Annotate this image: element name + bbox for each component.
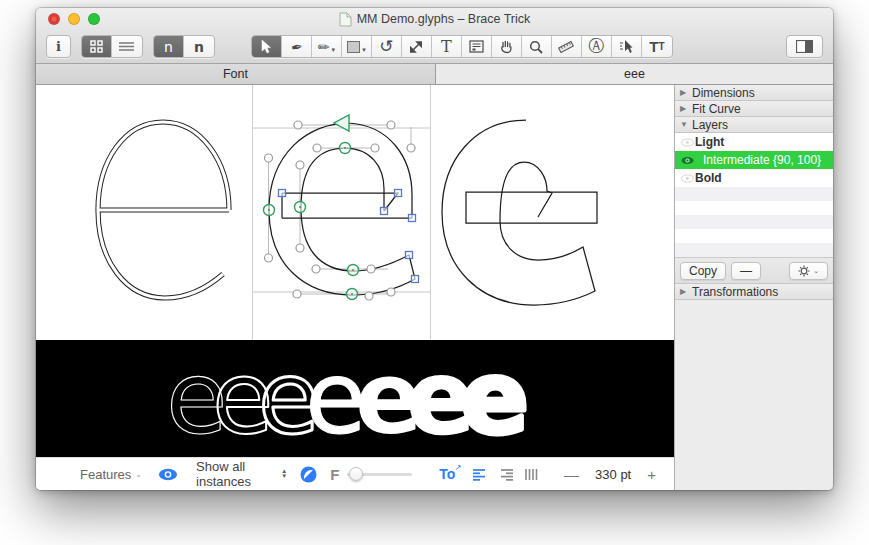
zoom-value: 330 pt <box>595 467 631 482</box>
glyph-cell-bold[interactable] <box>431 85 673 340</box>
scale-tool[interactable] <box>402 36 432 57</box>
hand-tool[interactable] <box>492 36 522 57</box>
disclosure-triangle-icon: ▶ <box>680 104 692 113</box>
sidebar-filler <box>675 300 833 490</box>
kerning-toggle[interactable]: To ↗ <box>439 466 455 482</box>
layer-visibility-toggle[interactable] <box>679 174 695 183</box>
panel-fit-curve[interactable]: ▶ Fit Curve <box>675 101 833 117</box>
preview-strip[interactable]: e e e e e e e <box>36 340 674 457</box>
zoom-in-button[interactable]: + <box>641 466 662 483</box>
disclosure-triangle-icon: ▼ <box>680 120 692 129</box>
info-button[interactable]: i <box>46 35 71 58</box>
tab-font-label: Font <box>223 67 248 81</box>
light-e-outline <box>36 85 253 340</box>
layer-visibility-toggle[interactable] <box>679 138 695 147</box>
pencil-icon: ✏ <box>318 39 330 55</box>
eye-icon <box>681 174 694 183</box>
slider-knob[interactable] <box>349 467 363 481</box>
preview-glyph: e <box>461 340 529 457</box>
layer-row-light[interactable]: Light <box>675 133 833 151</box>
panel-layers-label: Layers <box>692 118 728 132</box>
solid-view-button[interactable]: n <box>184 36 214 57</box>
grid-icon <box>90 40 103 53</box>
layer-visibility-toggle[interactable] <box>679 156 695 165</box>
draw-tool[interactable]: ✒ <box>282 36 312 57</box>
window-title: MM Demo.glyphs – Brace Trick <box>357 12 531 26</box>
annotation-icon <box>469 40 484 53</box>
layer-buttons-row: Copy — ⌄ <box>675 258 833 284</box>
eye-icon <box>681 156 694 165</box>
other-tools[interactable]: ✏ ▾ <box>312 36 342 57</box>
tab-font[interactable]: Font <box>36 64 436 85</box>
vertical-layout-button[interactable] <box>524 468 539 481</box>
measure-tool[interactable] <box>552 36 582 57</box>
plugin-tool[interactable]: Ⓐ <box>582 36 612 57</box>
zoom-tool[interactable] <box>522 36 552 57</box>
glyph-cell-light[interactable] <box>36 85 253 340</box>
remove-layer-button[interactable]: — <box>731 262 761 280</box>
copy-layer-button[interactable]: Copy <box>680 262 726 280</box>
panel-transformations[interactable]: ▶ Transformations <box>675 284 833 300</box>
primitives-tool[interactable]: ▾ <box>342 36 372 57</box>
grid-view-button[interactable] <box>82 36 112 57</box>
tt-large-icon: T <box>649 38 658 55</box>
view-mode-segment <box>81 35 143 58</box>
document-icon <box>339 12 352 27</box>
chevron-down-icon: ▾ <box>332 46 336 57</box>
glyph-display-segment: n n <box>153 35 215 58</box>
flipped-preview-button[interactable]: F <box>330 466 339 483</box>
preview-eye-button[interactable] <box>158 468 178 481</box>
list-icon <box>119 41 134 52</box>
glyphs-app-window: MM Demo.glyphs – Brace Trick i <box>36 8 833 490</box>
minimize-button[interactable] <box>68 13 80 25</box>
tab-eee[interactable]: eee <box>436 64 833 85</box>
align-left-button[interactable] <box>472 468 488 481</box>
panel-layers[interactable]: ▼ Layers <box>675 117 833 133</box>
instances-dropdown[interactable]: Show all instances <box>196 459 278 489</box>
vertical-bars-icon <box>524 468 539 481</box>
chevron-down-icon: ▾ <box>362 46 366 57</box>
list-view-button[interactable] <box>112 36 142 57</box>
rotate-tool[interactable]: ↺ <box>372 36 402 57</box>
eye-icon <box>158 468 178 481</box>
text-tool[interactable]: T <box>432 36 462 57</box>
titlebar: MM Demo.glyphs – Brace Trick <box>36 8 833 30</box>
select-instances-tool[interactable] <box>612 36 642 57</box>
layer-name: Intermediate {90, 100} <box>695 153 821 167</box>
sidebar-toggle-icon <box>796 40 813 53</box>
layer-options-button[interactable]: ⌄ <box>789 262 828 280</box>
circle-a-icon: Ⓐ <box>588 36 604 57</box>
align-right-icon <box>498 468 514 481</box>
invert-preview-button[interactable] <box>300 466 317 483</box>
select-tool[interactable] <box>252 36 282 57</box>
magnifier-icon <box>529 40 543 54</box>
layer-list-empty-rows <box>675 187 833 258</box>
glyph-cell-intermediate[interactable] <box>253 85 431 340</box>
layer-name: Light <box>695 135 724 149</box>
instances-stepper[interactable]: ▲ ▼ <box>281 469 287 479</box>
preview-size-slider[interactable] <box>347 467 411 481</box>
disclosure-triangle-icon: ▶ <box>680 88 692 97</box>
zoom-out-button[interactable]: — <box>558 466 585 483</box>
toggle-sidebar-button[interactable] <box>786 35 823 58</box>
n-solid-icon: n <box>194 39 204 55</box>
text-tool-icon: T <box>441 37 452 56</box>
outline-view-button[interactable]: n <box>154 36 184 57</box>
layer-row-bold[interactable]: Bold <box>675 169 833 187</box>
tt-small-icon: T <box>658 41 664 52</box>
layer-row-intermediate[interactable]: Intermediate {90, 100} <box>675 151 833 169</box>
eye-icon <box>681 138 694 147</box>
rotate-icon: ↺ <box>379 36 393 57</box>
panel-transformations-label: Transformations <box>692 285 778 299</box>
annotation-tool[interactable] <box>462 36 492 57</box>
start-node-triangle <box>334 115 349 131</box>
ruler-icon <box>558 40 574 53</box>
align-right-button[interactable] <box>498 468 514 481</box>
panel-dimensions-label: Dimensions <box>692 86 755 100</box>
close-button[interactable] <box>48 13 60 25</box>
cursor-icon <box>260 39 272 54</box>
text-preview-tool[interactable]: TT <box>642 36 672 57</box>
zoom-window-button[interactable] <box>88 13 100 25</box>
features-menu[interactable]: Features <box>80 467 131 482</box>
panel-dimensions[interactable]: ▶ Dimensions <box>675 85 833 101</box>
